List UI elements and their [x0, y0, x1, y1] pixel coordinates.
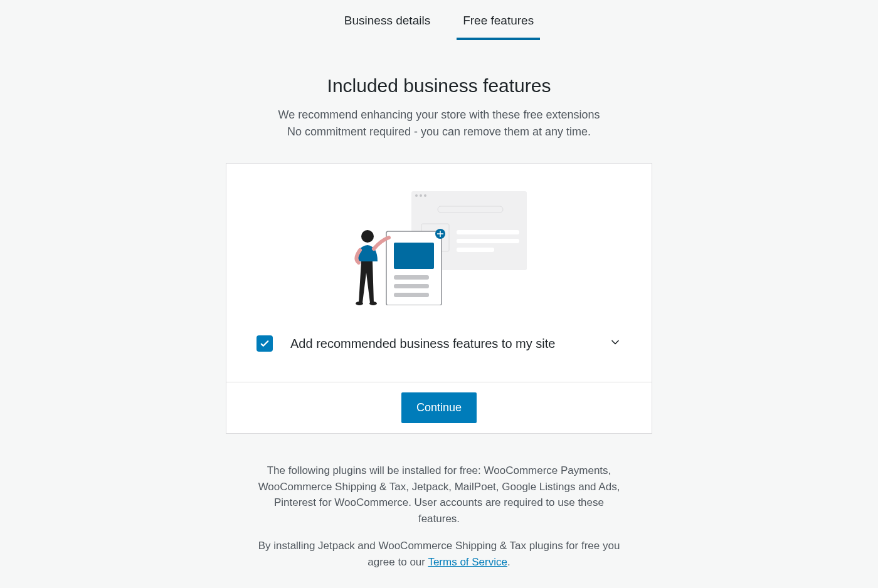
- page-title: Included business features: [0, 75, 878, 97]
- tos-notice: By installing Jetpack and WooCommerce Sh…: [256, 538, 622, 570]
- page-heading: Included business features We recommend …: [0, 75, 878, 140]
- svg-point-2: [420, 194, 422, 197]
- plugins-notice: The following plugins will be installed …: [256, 463, 622, 527]
- terms-of-service-link[interactable]: Terms of Service: [428, 556, 507, 568]
- svg-rect-12: [394, 284, 429, 288]
- continue-button[interactable]: Continue: [401, 392, 477, 423]
- add-features-checkbox[interactable]: [257, 335, 273, 352]
- svg-point-3: [424, 194, 426, 197]
- page-subtitle: We recommend enhancing your store with t…: [0, 107, 878, 140]
- svg-rect-13: [394, 293, 429, 297]
- checkbox-row: Add recommended business features to my …: [257, 335, 621, 352]
- card-body: Add recommended business features to my …: [226, 164, 652, 382]
- illustration-building-site: [351, 191, 527, 305]
- checkbox-label: Add recommended business features to my …: [290, 337, 591, 351]
- tabs: Business details Free features: [0, 6, 878, 40]
- features-card: Add recommended business features to my …: [226, 163, 652, 434]
- svg-rect-7: [457, 239, 519, 243]
- svg-point-18: [356, 302, 363, 305]
- tab-free-features[interactable]: Free features: [457, 6, 540, 40]
- footer-text: The following plugins will be installed …: [226, 463, 652, 570]
- svg-rect-10: [394, 243, 434, 269]
- svg-rect-6: [457, 230, 519, 234]
- svg-rect-11: [394, 275, 429, 280]
- check-icon: [259, 338, 270, 349]
- tab-business-details[interactable]: Business details: [338, 6, 436, 40]
- expand-toggle[interactable]: [609, 336, 621, 351]
- chevron-down-icon: [609, 336, 621, 349]
- card-footer: Continue: [226, 382, 652, 433]
- svg-rect-8: [457, 248, 494, 252]
- svg-point-19: [369, 302, 377, 305]
- svg-point-1: [415, 194, 418, 197]
- svg-point-17: [361, 230, 374, 243]
